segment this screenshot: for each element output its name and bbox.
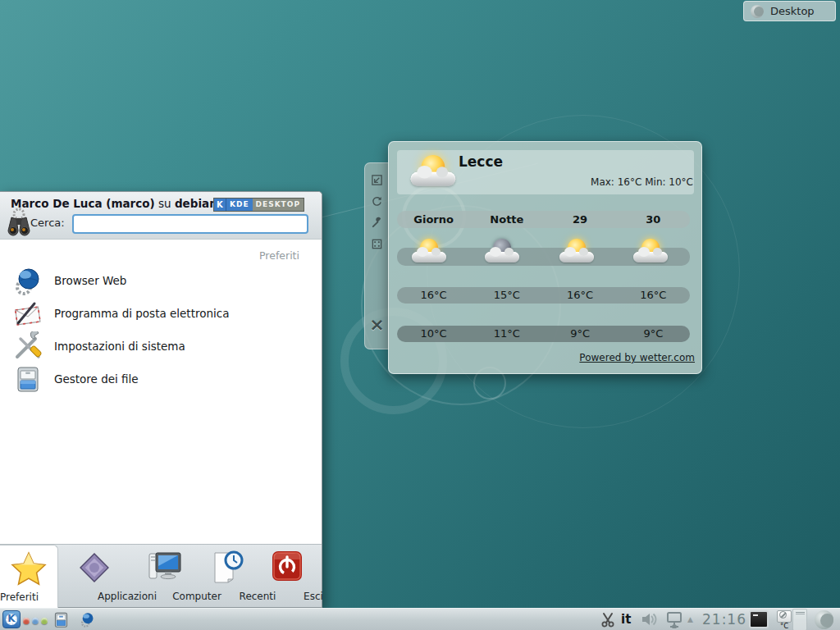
kickoff-tabbar: Preferiti Applicazioni [0,544,322,607]
weather-night-temps: 10°C 11°C 9°C 9°C [397,326,690,342]
favorite-label: Programma di posta elettronica [54,307,229,320]
search-input[interactable] [72,214,308,234]
weather-tray-icon[interactable]: °C [776,609,792,630]
night-temp: 9°C [544,326,617,342]
weather-maxmin: Max: 16°C Min: 10°C [591,176,693,188]
desktop-toolbox-label: Desktop [770,5,815,17]
tray-expander-icon[interactable]: ▲ [687,615,693,623]
browser-launcher-icon[interactable] [79,611,96,630]
column-header: 30 [617,211,690,228]
column-header: Notte [470,211,543,228]
activity-dot-blue[interactable] [32,618,39,624]
desktop-toolbox[interactable]: Desktop [743,1,836,21]
file-manager-icon [13,364,43,394]
digital-clock[interactable]: 21:16 [702,611,746,628]
tab-label: Preferiti [0,591,57,603]
favorite-label: Gestore dei file [54,372,139,386]
tab-label: Esci [287,591,340,602]
panel-applet-strip[interactable] [792,609,807,630]
volume-icon[interactable] [640,611,658,630]
tab-computer[interactable]: Computer [131,545,197,607]
kde-logo-icon: K [214,199,226,211]
kickoff-menu: Marco De Luca (marco) su debian K KDE DE… [0,191,322,608]
day-temp: 16°C [617,287,690,304]
kde-k-letter: K [3,613,20,624]
widget-handle[interactable]: × [364,162,389,349]
maximize-icon[interactable] [370,237,384,251]
terminal-tray-icon[interactable] [749,610,769,628]
no-data-icon [779,611,787,619]
close-icon[interactable]: × [370,317,384,331]
resize-icon[interactable] [370,173,384,187]
panel-cashew-icon[interactable] [815,610,833,629]
terminal-prompt [753,614,758,616]
kickoff-launcher-button[interactable]: K [2,610,21,628]
activity-dot-green[interactable] [41,618,48,624]
weather-day-temps: 16°C 15°C 16°C 16°C [397,287,690,304]
tab-esci[interactable]: Esci [261,545,313,607]
user-su: su [155,197,175,210]
favorite-label: Browser Web [54,274,126,287]
section-header-preferiti: Preferiti [259,249,299,262]
tab-preferiti[interactable]: Preferiti [0,545,58,608]
badge-kde-label: KDE [226,199,253,211]
applications-icon [76,550,112,589]
weather-widget[interactable]: Lecce Max: 16°C Min: 10°C Giorno Notte 2… [388,141,702,374]
powered-by-link[interactable]: Powered by wetter.com [579,352,695,363]
favorite-item-file-manager[interactable]: Gestore dei file [0,363,322,395]
moon-cloud-icon [483,239,521,268]
tab-recenti[interactable]: Recenti [197,545,258,607]
star-icon [10,550,48,590]
favorite-item-browser[interactable]: Browser Web [0,264,322,297]
keyboard-layout-indicator[interactable]: it [621,612,631,627]
file-manager-launcher-icon[interactable] [52,611,70,630]
web-browser-icon [13,266,43,295]
favorite-item-system-settings[interactable]: Impostazioni di sistema [0,330,322,363]
badge-desktop-label: DESKTOP [253,199,304,211]
night-temp: 9°C [617,326,690,342]
tab-applicazioni[interactable]: Applicazioni [62,545,127,607]
sun-cloud-icon [410,239,448,268]
bottom-panel: K it [0,608,840,630]
binoculars-search-icon [5,208,33,237]
system-settings-icon [13,331,43,361]
kde-desktop-badge: K KDE DESKTOP [213,198,304,212]
sun-cloud-icon [558,239,596,268]
computer-icon [145,550,183,589]
day-temp: 16°C [397,287,470,304]
favorite-item-mail[interactable]: Programma di posta elettronica [0,297,322,330]
power-icon [271,550,304,586]
column-header: 29 [544,211,617,228]
host-name: debian [175,197,217,210]
applet-strip-lines [796,612,805,613]
weather-current-icon [409,155,458,194]
plasma-cashew-icon [751,5,764,18]
day-temp: 16°C [544,287,617,304]
column-header: Giorno [397,211,470,228]
weather-city: Lecce [459,153,503,170]
weather-tray-unit: °C [776,622,792,630]
weather-column-headers: Giorno Notte 29 30 [397,211,690,228]
network-icon[interactable] [664,611,684,630]
day-temp: 15°C [470,287,543,304]
desktop: Desktop × Lecce Max: 16°C Min: 10°C Gior… [0,0,840,630]
favorite-label: Impostazioni di sistema [54,340,185,353]
mail-icon [13,299,43,328]
search-label: Cerca: [30,217,65,229]
night-temp: 10°C [397,326,470,342]
clipboard-scissors-icon[interactable] [600,611,616,630]
activity-dot-red[interactable] [23,618,30,624]
night-temp: 11°C [470,326,543,342]
sun-cloud-icon [632,239,669,268]
recent-documents-icon [210,550,244,589]
kickoff-user-title: Marco De Luca (marco) su debian [11,197,217,210]
configure-icon[interactable] [370,216,384,230]
rotate-icon[interactable] [370,194,384,208]
